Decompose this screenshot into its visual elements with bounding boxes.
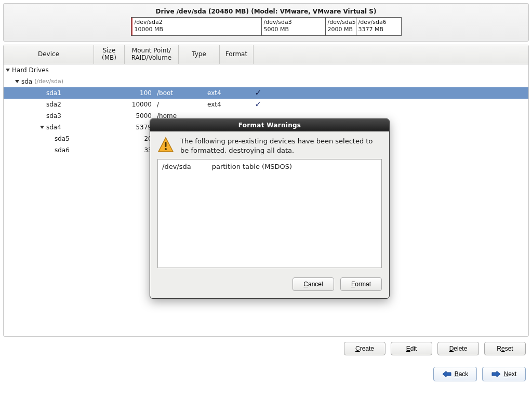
format-warnings-dialog: Format Warnings The following pre-existi… xyxy=(150,118,390,299)
tree-disk-sda[interactable]: sda (/dev/sda) xyxy=(4,76,528,87)
next-button[interactable]: Next xyxy=(482,367,526,381)
partition-actions: Create Edit Delete Reset xyxy=(0,337,532,355)
svg-rect-3 xyxy=(165,142,167,147)
drive-slice: /dev/sda210000 MB xyxy=(131,18,262,35)
chevron-down-icon xyxy=(6,69,10,72)
chevron-down-icon xyxy=(40,126,44,129)
table-header: Device Size(MB) Mount Point/RAID/Volume … xyxy=(4,45,528,64)
cancel-button[interactable]: Cancel xyxy=(292,277,334,291)
col-type[interactable]: Type xyxy=(179,45,220,64)
svg-marker-1 xyxy=(492,371,500,377)
drive-summary-panel: Drive /dev/sda (20480 MB) (Model: VMware… xyxy=(3,3,529,42)
format-button[interactable]: Format xyxy=(340,277,382,291)
dialog-message: The following pre-existing devices have … xyxy=(180,137,382,155)
dialog-device-list: /dev/sdapartition table (MSDOS) xyxy=(157,159,382,268)
arrow-left-icon xyxy=(442,370,451,378)
drive-slice: /dev/sda35000 MB xyxy=(262,18,326,35)
create-button[interactable]: Create xyxy=(344,342,385,355)
svg-point-4 xyxy=(165,148,167,150)
col-mount[interactable]: Mount Point/RAID/Volume xyxy=(125,45,179,64)
drive-slice: /dev/sda52000 MB xyxy=(326,18,356,35)
back-button[interactable]: Back xyxy=(433,367,477,381)
wizard-nav: Back Next xyxy=(0,355,532,381)
tree-hard-drives[interactable]: Hard Drives xyxy=(4,64,528,76)
col-format[interactable]: Format xyxy=(220,45,254,64)
reset-button[interactable]: Reset xyxy=(484,342,526,355)
drive-slice-bar: /dev/sda210000 MB/dev/sda35000 MB/dev/sd… xyxy=(131,17,402,36)
partition-row-sda1[interactable]: sda1100/bootext4✓ xyxy=(4,87,528,99)
checkmark-icon: ✓ xyxy=(255,99,261,109)
delete-button[interactable]: Delete xyxy=(437,342,479,355)
col-device[interactable]: Device xyxy=(4,45,94,64)
dialog-title: Format Warnings xyxy=(150,119,389,131)
arrow-right-icon xyxy=(491,370,501,378)
warning-icon xyxy=(157,137,174,153)
chevron-down-icon xyxy=(15,80,19,83)
create-label: reate xyxy=(360,345,374,352)
edit-button[interactable]: Edit xyxy=(391,342,432,355)
svg-marker-0 xyxy=(443,371,451,377)
checkmark-icon: ✓ xyxy=(255,88,261,98)
format-entry: /dev/sdapartition table (MSDOS) xyxy=(162,163,377,170)
drive-title: Drive /dev/sda (20480 MB) (Model: VMware… xyxy=(4,8,528,15)
partition-row-sda2[interactable]: sda210000/ext4✓ xyxy=(4,99,528,110)
drive-slice: /dev/sda63377 MB xyxy=(356,18,401,35)
col-size[interactable]: Size(MB) xyxy=(94,45,125,64)
